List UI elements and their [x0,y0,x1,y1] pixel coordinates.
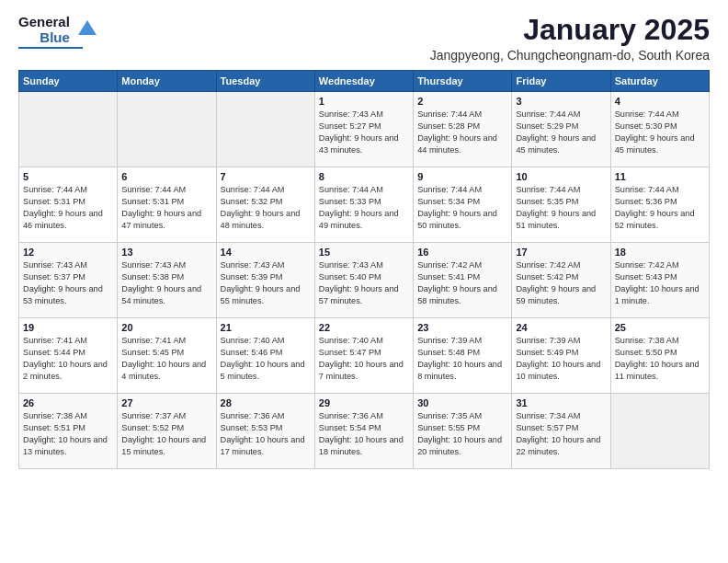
table-row: 1Sunrise: 7:43 AM Sunset: 5:27 PM Daylig… [314,92,413,167]
day-number: 12 [23,247,113,258]
table-row: 9Sunrise: 7:44 AM Sunset: 5:34 PM Daylig… [414,167,512,243]
table-row: 2Sunrise: 7:44 AM Sunset: 5:28 PM Daylig… [414,92,512,167]
day-number: 19 [23,322,113,333]
day-info: Sunrise: 7:42 AM Sunset: 5:41 PM Dayligh… [417,259,507,307]
table-row: 17Sunrise: 7:42 AM Sunset: 5:42 PM Dayli… [512,243,610,318]
day-number: 7 [221,171,311,182]
day-number: 22 [319,322,409,333]
day-info: Sunrise: 7:44 AM Sunset: 5:31 PM Dayligh… [121,184,211,232]
day-number: 1 [319,96,409,107]
table-row: 15Sunrise: 7:43 AM Sunset: 5:40 PM Dayli… [314,243,413,318]
day-info: Sunrise: 7:40 AM Sunset: 5:46 PM Dayligh… [221,335,311,383]
col-monday: Monday [118,71,216,92]
table-row: 6Sunrise: 7:44 AM Sunset: 5:31 PM Daylig… [118,167,216,243]
day-info: Sunrise: 7:41 AM Sunset: 5:44 PM Dayligh… [23,335,113,383]
day-info: Sunrise: 7:38 AM Sunset: 5:51 PM Dayligh… [23,410,113,458]
day-info: Sunrise: 7:39 AM Sunset: 5:49 PM Dayligh… [516,335,606,383]
day-info: Sunrise: 7:42 AM Sunset: 5:43 PM Dayligh… [615,259,705,307]
day-info: Sunrise: 7:44 AM Sunset: 5:28 PM Dayligh… [417,109,507,156]
day-number: 16 [417,247,507,258]
calendar-header-row: Sunday Monday Tuesday Wednesday Thursday… [19,71,710,92]
day-number: 29 [319,397,409,408]
day-info: Sunrise: 7:44 AM Sunset: 5:33 PM Dayligh… [319,184,409,232]
col-friday: Friday [512,71,610,92]
table-row: 3Sunrise: 7:44 AM Sunset: 5:29 PM Daylig… [512,92,610,167]
page-container: General Blue January 2025 Jangpyeong, Ch… [0,0,728,478]
day-info: Sunrise: 7:44 AM Sunset: 5:32 PM Dayligh… [221,184,311,232]
table-row: 19Sunrise: 7:41 AM Sunset: 5:44 PM Dayli… [19,318,118,394]
day-number: 5 [23,171,113,182]
table-row: 21Sunrise: 7:40 AM Sunset: 5:46 PM Dayli… [216,318,314,394]
table-row: 10Sunrise: 7:44 AM Sunset: 5:35 PM Dayli… [512,167,610,243]
day-info: Sunrise: 7:36 AM Sunset: 5:53 PM Dayligh… [221,410,311,458]
table-row: 31Sunrise: 7:34 AM Sunset: 5:57 PM Dayli… [512,394,610,469]
day-number: 6 [121,171,211,182]
day-info: Sunrise: 7:39 AM Sunset: 5:48 PM Dayligh… [417,335,507,383]
table-row: 14Sunrise: 7:43 AM Sunset: 5:39 PM Dayli… [216,243,314,318]
day-number: 10 [516,171,606,182]
day-info: Sunrise: 7:44 AM Sunset: 5:36 PM Dayligh… [615,184,705,232]
day-number: 2 [417,96,507,107]
table-row [216,92,314,167]
title-block: January 2025 Jangpyeong, Chungcheongnam-… [430,14,710,63]
day-number: 3 [516,96,606,107]
day-number: 23 [417,322,507,333]
day-info: Sunrise: 7:44 AM Sunset: 5:30 PM Dayligh… [615,109,705,156]
col-wednesday: Wednesday [314,71,413,92]
month-title: January 2025 [430,14,710,46]
day-info: Sunrise: 7:38 AM Sunset: 5:50 PM Dayligh… [615,335,705,383]
table-row: 13Sunrise: 7:43 AM Sunset: 5:38 PM Dayli… [118,243,216,318]
col-saturday: Saturday [610,71,709,92]
day-info: Sunrise: 7:42 AM Sunset: 5:42 PM Dayligh… [516,259,606,307]
table-row: 20Sunrise: 7:41 AM Sunset: 5:45 PM Dayli… [118,318,216,394]
table-row: 24Sunrise: 7:39 AM Sunset: 5:49 PM Dayli… [512,318,610,394]
day-number: 20 [121,322,211,333]
day-info: Sunrise: 7:44 AM Sunset: 5:29 PM Dayligh… [516,109,606,156]
table-row: 4Sunrise: 7:44 AM Sunset: 5:30 PM Daylig… [610,92,709,167]
day-number: 8 [319,171,409,182]
day-info: Sunrise: 7:43 AM Sunset: 5:38 PM Dayligh… [121,259,211,307]
table-row: 5Sunrise: 7:44 AM Sunset: 5:31 PM Daylig… [19,167,118,243]
day-info: Sunrise: 7:40 AM Sunset: 5:47 PM Dayligh… [319,335,409,383]
logo-blue: Blue [40,29,70,45]
day-info: Sunrise: 7:43 AM Sunset: 5:39 PM Dayligh… [221,259,311,307]
day-info: Sunrise: 7:44 AM Sunset: 5:34 PM Dayligh… [417,184,507,232]
day-number: 13 [121,247,211,258]
day-number: 30 [417,397,507,408]
day-number: 14 [221,247,311,258]
day-number: 26 [23,397,113,408]
table-row: 12Sunrise: 7:43 AM Sunset: 5:37 PM Dayli… [19,243,118,318]
table-row: 26Sunrise: 7:38 AM Sunset: 5:51 PM Dayli… [19,394,118,469]
calendar-week-row: 1Sunrise: 7:43 AM Sunset: 5:27 PM Daylig… [19,92,710,167]
table-row: 11Sunrise: 7:44 AM Sunset: 5:36 PM Dayli… [610,167,709,243]
table-row: 22Sunrise: 7:40 AM Sunset: 5:47 PM Dayli… [314,318,413,394]
table-row: 7Sunrise: 7:44 AM Sunset: 5:32 PM Daylig… [216,167,314,243]
day-number: 25 [615,322,705,333]
calendar-table: Sunday Monday Tuesday Wednesday Thursday… [18,70,710,469]
day-number: 17 [516,247,606,258]
location-subtitle: Jangpyeong, Chungcheongnam-do, South Kor… [430,48,710,63]
logo-underline [18,47,83,49]
page-header: General Blue January 2025 Jangpyeong, Ch… [18,14,710,63]
col-sunday: Sunday [19,71,118,92]
day-number: 9 [417,171,507,182]
day-info: Sunrise: 7:43 AM Sunset: 5:40 PM Dayligh… [319,259,409,307]
table-row [610,394,709,469]
calendar-week-row: 5Sunrise: 7:44 AM Sunset: 5:31 PM Daylig… [19,167,710,243]
day-number: 27 [121,397,211,408]
col-tuesday: Tuesday [216,71,314,92]
calendar-week-row: 12Sunrise: 7:43 AM Sunset: 5:37 PM Dayli… [19,243,710,318]
svg-marker-0 [78,20,97,35]
day-info: Sunrise: 7:35 AM Sunset: 5:55 PM Dayligh… [417,410,507,458]
day-number: 18 [615,247,705,258]
table-row: 25Sunrise: 7:38 AM Sunset: 5:50 PM Dayli… [610,318,709,394]
day-info: Sunrise: 7:41 AM Sunset: 5:45 PM Dayligh… [121,335,211,383]
calendar-week-row: 19Sunrise: 7:41 AM Sunset: 5:44 PM Dayli… [19,318,710,394]
table-row [19,92,118,167]
calendar-week-row: 26Sunrise: 7:38 AM Sunset: 5:51 PM Dayli… [19,394,710,469]
table-row [118,92,216,167]
day-number: 31 [516,397,606,408]
table-row: 16Sunrise: 7:42 AM Sunset: 5:41 PM Dayli… [414,243,512,318]
day-info: Sunrise: 7:37 AM Sunset: 5:52 PM Dayligh… [121,410,211,458]
table-row: 28Sunrise: 7:36 AM Sunset: 5:53 PM Dayli… [216,394,314,469]
